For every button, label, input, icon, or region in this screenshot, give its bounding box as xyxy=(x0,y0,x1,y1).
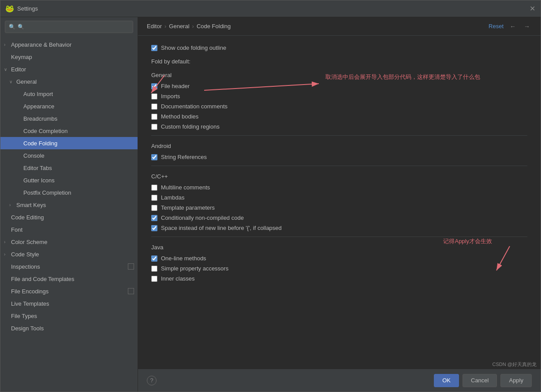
titlebar: 🐸 Settings ✕ xyxy=(0,0,541,17)
search-input[interactable] xyxy=(18,24,129,30)
forward-button[interactable]: → xyxy=(522,22,532,31)
string-refs-row: String References xyxy=(151,154,527,160)
sidebar-item-code-folding[interactable]: Code Folding xyxy=(0,137,138,149)
doc-comments-label[interactable]: Documentation comments xyxy=(161,103,228,110)
string-refs-label[interactable]: String References xyxy=(161,154,207,160)
sidebar-item-label: General xyxy=(16,78,138,85)
sidebar-tree: › Appearance & Behavior Keymap ∨ Editor … xyxy=(0,37,138,392)
sidebar-item-font[interactable]: Font xyxy=(0,223,138,236)
bottom-left: ? xyxy=(147,376,157,385)
sidebar-item-inspections[interactable]: Inspections xyxy=(0,260,138,273)
sidebar-item-code-editing[interactable]: Code Editing xyxy=(0,211,138,223)
show-outline-checkbox[interactable] xyxy=(151,45,157,51)
sidebar-item-label: Keymap xyxy=(11,54,138,60)
sidebar-item-file-types[interactable]: File Types xyxy=(0,310,138,322)
sidebar-item-label: Auto Import xyxy=(23,91,138,97)
method-bodies-label[interactable]: Method bodies xyxy=(161,113,198,120)
sidebar-item-editor-tabs[interactable]: Editor Tabs xyxy=(0,162,138,174)
sidebar-item-editor[interactable]: ∨ Editor xyxy=(0,63,138,75)
breadcrumb-bar: Editor › General › Code Folding Reset ← … xyxy=(138,17,541,36)
close-button[interactable]: ✕ xyxy=(530,4,535,13)
custom-folding-checkbox[interactable] xyxy=(151,124,157,130)
section-title-general: General xyxy=(151,72,527,78)
apply-button[interactable]: Apply xyxy=(500,374,532,387)
ok-button[interactable]: OK xyxy=(434,374,459,387)
back-button[interactable]: ← xyxy=(508,22,518,31)
custom-folding-row: Custom folding regions xyxy=(151,123,527,130)
breadcrumb-general[interactable]: General xyxy=(169,23,189,30)
sidebar-item-label: Appearance xyxy=(23,103,138,110)
multiline-comments-label[interactable]: Multiline comments xyxy=(161,184,210,191)
template-params-row: Template parameters xyxy=(151,204,527,211)
sidebar-item-general[interactable]: ∨ General xyxy=(0,75,138,88)
sidebar-item-postfix-completion[interactable]: Postfix Completion xyxy=(0,186,138,199)
non-compiled-label[interactable]: Conditionally non-compiled code xyxy=(161,214,244,221)
doc-comments-checkbox[interactable] xyxy=(151,104,157,110)
lambdas-checkbox[interactable] xyxy=(151,195,157,201)
lambdas-label[interactable]: Lambdas xyxy=(161,194,184,201)
multiline-comments-checkbox[interactable] xyxy=(151,185,157,191)
arrow-icon: › xyxy=(4,252,11,257)
arrow-icon: ∨ xyxy=(9,79,16,84)
sidebar-item-gutter-icons[interactable]: Gutter Icons xyxy=(0,174,138,186)
sidebar-item-code-style[interactable]: › Code Style xyxy=(0,248,138,260)
sidebar-item-smart-keys[interactable]: › Smart Keys xyxy=(0,199,138,211)
app-icon: 🐸 xyxy=(6,5,14,13)
simple-accessors-checkbox[interactable] xyxy=(151,266,157,272)
sidebar-item-console[interactable]: Console xyxy=(0,149,138,162)
multiline-comments-row: Multiline comments xyxy=(151,184,527,191)
sidebar-item-appearance[interactable]: Appearance xyxy=(0,100,138,112)
sidebar-item-file-code-templates[interactable]: File and Code Templates xyxy=(0,273,138,285)
one-line-methods-checkbox[interactable] xyxy=(151,255,157,262)
file-header-label[interactable]: File header xyxy=(161,83,190,89)
space-newline-label[interactable]: Space instead of new line before '{', if… xyxy=(161,225,282,231)
arrow-icon: › xyxy=(9,203,16,207)
window-title: Settings xyxy=(17,5,38,12)
imports-checkbox[interactable] xyxy=(151,93,157,100)
sidebar: 🔍 › Appearance & Behavior Keymap ∨ Edito… xyxy=(0,17,138,392)
breadcrumb-editor[interactable]: Editor xyxy=(147,23,162,30)
non-compiled-checkbox[interactable] xyxy=(151,215,157,221)
sidebar-item-breadcrumbs[interactable]: Breadcrumbs xyxy=(0,112,138,125)
sidebar-item-keymap[interactable]: Keymap xyxy=(0,51,138,63)
space-newline-row: Space instead of new line before '{', if… xyxy=(151,225,527,231)
sidebar-item-design-tools[interactable]: Design Tools xyxy=(0,322,138,334)
sidebar-item-label: Appearance & Behavior xyxy=(11,41,138,48)
custom-folding-label[interactable]: Custom folding regions xyxy=(161,123,220,130)
section-cpp: Multiline comments Lambdas Template para… xyxy=(151,184,527,231)
breadcrumb: Editor › General › Code Folding xyxy=(147,23,231,30)
sidebar-item-auto-import[interactable]: Auto Import xyxy=(0,88,138,100)
sidebar-item-label: Color Scheme xyxy=(11,239,138,245)
content-area: 🔍 › Appearance & Behavior Keymap ∨ Edito… xyxy=(0,17,541,392)
string-refs-checkbox[interactable] xyxy=(151,154,157,160)
file-header-checkbox[interactable] xyxy=(151,83,157,89)
breadcrumb-code-folding[interactable]: Code Folding xyxy=(197,23,231,30)
search-icon: 🔍 xyxy=(9,24,15,30)
search-box[interactable]: 🔍 xyxy=(5,21,133,33)
cancel-button[interactable]: Cancel xyxy=(463,374,497,387)
sidebar-item-file-encodings[interactable]: File Encodings xyxy=(0,285,138,297)
inner-classes-label[interactable]: Inner classes xyxy=(161,275,195,282)
sidebar-item-color-scheme[interactable]: › Color Scheme xyxy=(0,236,138,248)
simple-accessors-label[interactable]: Simple property accessors xyxy=(161,265,228,272)
help-button[interactable]: ? xyxy=(147,376,157,385)
method-bodies-checkbox[interactable] xyxy=(151,114,157,120)
annotation-arrow-1 xyxy=(204,79,328,95)
template-params-checkbox[interactable] xyxy=(151,205,157,211)
show-outline-label[interactable]: Show code folding outline xyxy=(161,44,226,51)
divider-1 xyxy=(151,135,527,136)
sidebar-item-live-templates[interactable]: Live Templates xyxy=(0,297,138,310)
space-newline-checkbox[interactable] xyxy=(151,225,157,231)
imports-label[interactable]: Imports xyxy=(161,93,180,100)
sidebar-item-appearance-behavior[interactable]: › Appearance & Behavior xyxy=(0,38,138,51)
template-params-label[interactable]: Template parameters xyxy=(161,204,215,211)
divider-2 xyxy=(151,166,527,166)
show-outline-row: Show code folding outline xyxy=(151,44,527,51)
method-bodies-row: Method bodies xyxy=(151,113,527,120)
settings-window: 🐸 Settings ✕ 🔍 › Appearance & Behavior K… xyxy=(0,0,541,392)
one-line-methods-label[interactable]: One-line methods xyxy=(161,255,206,262)
sidebar-item-code-completion[interactable]: Code Completion xyxy=(0,125,138,137)
breadcrumb-sep1: › xyxy=(164,23,166,30)
inner-classes-checkbox[interactable] xyxy=(151,276,157,282)
reset-button[interactable]: Reset xyxy=(489,23,504,30)
